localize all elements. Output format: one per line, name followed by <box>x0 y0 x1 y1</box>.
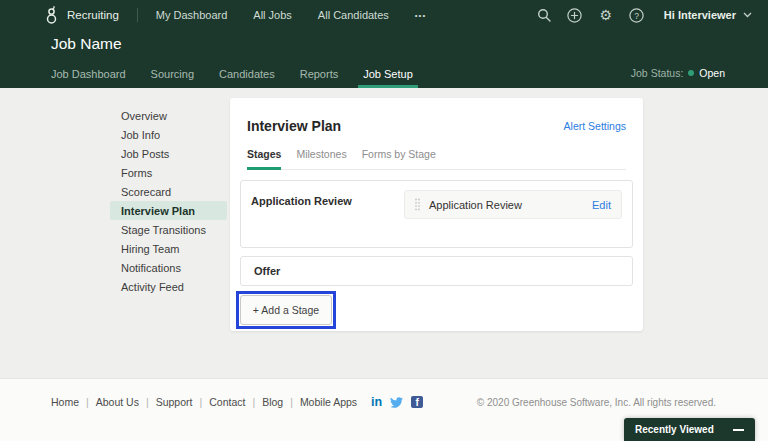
footer-link-support[interactable]: Support <box>156 396 193 408</box>
stage-box-offer: Offer <box>240 256 633 286</box>
footer-link-home[interactable]: Home <box>51 396 79 408</box>
nav-my-dashboard[interactable]: My Dashboard <box>156 9 228 21</box>
interview-name: Application Review <box>429 199 522 211</box>
job-status-value: Open <box>699 67 725 79</box>
top-nav-links: My Dashboard All Jobs All Candidates ••• <box>156 9 426 21</box>
sidebar-item-job-posts[interactable]: Job Posts <box>110 144 227 163</box>
footer-separator: | <box>146 396 149 408</box>
copyright-text: © 2020 Greenhouse Software, Inc. All rig… <box>477 397 716 408</box>
sidebar-item-forms[interactable]: Forms <box>110 163 227 182</box>
stage-label: Offer <box>254 265 280 277</box>
tab-milestones[interactable]: Milestones <box>296 148 346 169</box>
alert-settings-link[interactable]: Alert Settings <box>564 120 626 132</box>
interview-row: Application Review Edit <box>404 190 622 219</box>
app-header: Recruiting My Dashboard All Jobs All Can… <box>0 0 768 88</box>
footer-separator: | <box>86 396 89 408</box>
facebook-icon[interactable]: f <box>411 396 423 408</box>
job-tab-dashboard[interactable]: Job Dashboard <box>51 68 126 88</box>
card-header: Interview Plan Alert Settings <box>247 118 626 134</box>
job-status-label: Job Status: <box>631 67 684 79</box>
footer-link-mobile-apps[interactable]: Mobile Apps <box>300 396 357 408</box>
job-tab-sourcing[interactable]: Sourcing <box>151 68 194 88</box>
top-nav-bar: Recruiting My Dashboard All Jobs All Can… <box>0 0 768 30</box>
add-stage-highlight-box: + Add a Stage <box>236 291 336 329</box>
job-setup-sidebar: Overview Job Info Job Posts Forms Scorec… <box>110 106 227 296</box>
footer-link-about-us[interactable]: About Us <box>96 396 139 408</box>
edit-link[interactable]: Edit <box>592 199 611 211</box>
sidebar-item-stage-transitions[interactable]: Stage Transitions <box>110 220 227 239</box>
job-title-row: Job Name <box>0 30 768 56</box>
sidebar-item-scorecard[interactable]: Scorecard <box>110 182 227 201</box>
tab-stages[interactable]: Stages <box>247 148 281 170</box>
nav-all-jobs[interactable]: All Jobs <box>253 9 292 21</box>
twitter-icon[interactable] <box>390 396 403 409</box>
help-icon[interactable]: ? <box>629 7 645 23</box>
recently-viewed-label: Recently Viewed <box>635 424 714 435</box>
footer-link-blog[interactable]: Blog <box>262 396 283 408</box>
user-name: Hi Interviewer <box>664 9 736 21</box>
sidebar-item-activity-feed[interactable]: Activity Feed <box>110 277 227 296</box>
sidebar-item-job-info[interactable]: Job Info <box>110 125 227 144</box>
svg-text:?: ? <box>634 10 639 20</box>
tab-forms-by-stage[interactable]: Forms by Stage <box>362 148 436 169</box>
stage-box-application-review: Application Review Application Review Ed… <box>240 180 633 248</box>
job-title: Job Name <box>51 35 122 52</box>
status-open-dot-icon <box>688 70 694 76</box>
content-area: Overview Job Info Job Posts Forms Scorec… <box>0 88 768 378</box>
footer-link-contact[interactable]: Contact <box>209 396 245 408</box>
linkedin-icon[interactable]: in <box>371 396 382 409</box>
product-name[interactable]: Recruiting <box>67 9 119 21</box>
job-tab-reports[interactable]: Reports <box>300 68 339 88</box>
job-tabs: Job Dashboard Sourcing Candidates Report… <box>51 68 413 88</box>
add-stage-button[interactable]: + Add a Stage <box>240 295 332 325</box>
topbar-actions: ⚙ ? Hi Interviewer <box>536 7 752 23</box>
drag-handle-icon[interactable] <box>415 198 420 211</box>
sidebar-item-interview-plan[interactable]: Interview Plan <box>110 201 227 220</box>
recently-viewed-panel[interactable]: Recently Viewed <box>624 418 755 441</box>
plan-tabs: Stages Milestones Forms by Stage <box>247 148 626 170</box>
topbar-divider <box>137 8 138 22</box>
footer-separator: | <box>199 396 202 408</box>
sidebar-item-overview[interactable]: Overview <box>110 106 227 125</box>
stage-label: Application Review <box>251 190 404 207</box>
social-icons: in f <box>371 396 423 409</box>
nav-overflow-icon[interactable]: ••• <box>415 11 426 20</box>
job-tabs-row: Job Dashboard Sourcing Candidates Report… <box>0 56 768 88</box>
sidebar-item-hiring-team[interactable]: Hiring Team <box>110 239 227 258</box>
footer-separator: | <box>252 396 255 408</box>
user-menu[interactable]: Hi Interviewer <box>664 9 752 21</box>
job-status: Job Status: Open <box>631 67 725 88</box>
greenhouse-logo-icon[interactable] <box>44 6 59 25</box>
search-icon[interactable] <box>536 7 552 23</box>
footer-links: Home | About Us | Support | Contact | Bl… <box>51 396 357 408</box>
job-tab-job-setup[interactable]: Job Setup <box>358 68 418 88</box>
job-tab-candidates[interactable]: Candidates <box>219 68 275 88</box>
nav-all-candidates[interactable]: All Candidates <box>318 9 389 21</box>
interview-plan-card: Interview Plan Alert Settings Stages Mil… <box>230 98 643 331</box>
minimize-icon[interactable] <box>733 429 744 431</box>
footer-separator: | <box>290 396 293 408</box>
sidebar-item-notifications[interactable]: Notifications <box>110 258 227 277</box>
chevron-down-icon <box>743 12 752 18</box>
add-icon[interactable] <box>567 7 583 23</box>
page-title: Interview Plan <box>247 118 341 134</box>
gear-icon[interactable]: ⚙ <box>598 7 614 23</box>
